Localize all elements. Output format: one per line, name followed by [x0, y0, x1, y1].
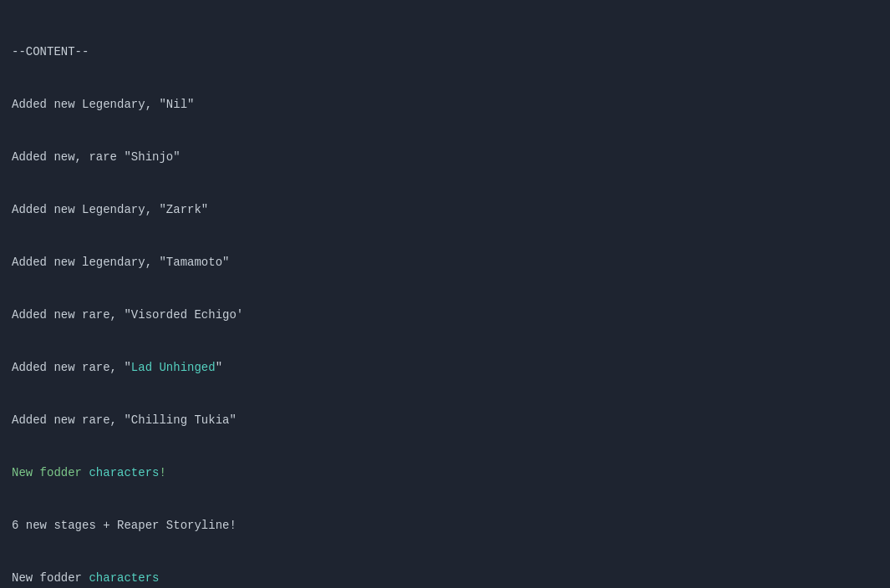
- line-fodder-characters-2: New fodder characters: [12, 570, 878, 587]
- line-fodder-characters-1: New fodder characters!: [12, 464, 878, 482]
- line-shinjo: Added new, rare "Shinjo": [12, 149, 878, 166]
- line-lad-unhinged: Added new rare, "Lad Unhinged": [12, 359, 878, 377]
- content-header: --CONTENT--: [12, 43, 878, 61]
- line-stages: 6 new stages + Reaper Storyline!: [12, 517, 878, 535]
- line-nil: Added new Legendary, "Nil": [12, 96, 878, 114]
- main-content: --CONTENT-- Added new Legendary, "Nil" A…: [12, 8, 878, 588]
- line-visorded: Added new rare, "Visorded Echigo': [12, 307, 878, 324]
- line-zarrk: Added new Legendary, "Zarrk": [12, 201, 878, 219]
- line-tamamoto: Added new legendary, "Tamamoto": [12, 254, 878, 271]
- line-chilling-tukia: Added new rare, "Chilling Tukia": [12, 412, 878, 429]
